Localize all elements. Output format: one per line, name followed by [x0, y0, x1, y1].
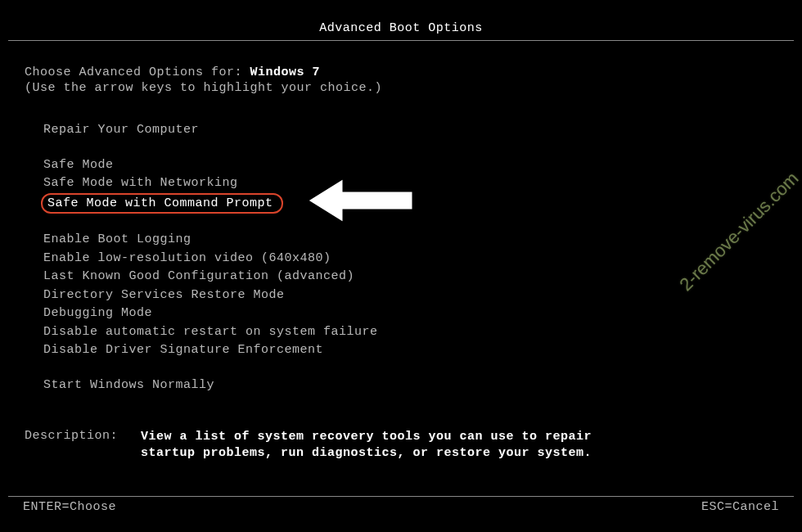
- menu-last-known-good[interactable]: Last Known Good Configuration (advanced): [41, 268, 357, 286]
- menu-safe-mode-networking[interactable]: Safe Mode with Networking: [41, 174, 241, 192]
- instruction-hint: (Use the arrow keys to highlight your ch…: [25, 81, 802, 95]
- description-text: View a list of system recovery tools you…: [141, 429, 599, 461]
- menu-safe-mode-command-prompt[interactable]: Safe Mode with Command Prompt: [41, 193, 283, 214]
- description-block: Description: View a list of system recov…: [25, 429, 802, 461]
- menu-low-res-video[interactable]: Enable low-resolution video (640x480): [41, 250, 334, 268]
- footer-esc-hint: ESC=Cancel: [701, 500, 779, 514]
- description-label: Description:: [25, 429, 118, 461]
- menu-debugging-mode[interactable]: Debugging Mode: [41, 304, 155, 322]
- instruction-line: Choose Advanced Options for: Windows 7: [25, 65, 802, 79]
- page-title: Advanced Boot Options: [0, 0, 802, 40]
- menu-repair-computer[interactable]: Repair Your Computer: [41, 121, 201, 139]
- menu-directory-services-restore[interactable]: Directory Services Restore Mode: [41, 286, 287, 304]
- instruction-prefix: Choose Advanced Options for:: [25, 65, 250, 79]
- menu-start-windows-normally[interactable]: Start Windows Normally: [41, 376, 217, 394]
- footer-enter-hint: ENTER=Choose: [23, 500, 116, 514]
- title-divider: [8, 40, 794, 41]
- menu-safe-mode[interactable]: Safe Mode: [41, 156, 116, 174]
- os-name: Windows 7: [250, 65, 321, 79]
- footer: ENTER=Choose ESC=Cancel: [0, 496, 802, 514]
- menu-enable-boot-logging[interactable]: Enable Boot Logging: [41, 231, 194, 249]
- menu-disable-auto-restart[interactable]: Disable automatic restart on system fail…: [41, 323, 381, 341]
- footer-divider: [8, 496, 794, 497]
- menu-disable-driver-signature[interactable]: Disable Driver Signature Enforcement: [41, 341, 326, 359]
